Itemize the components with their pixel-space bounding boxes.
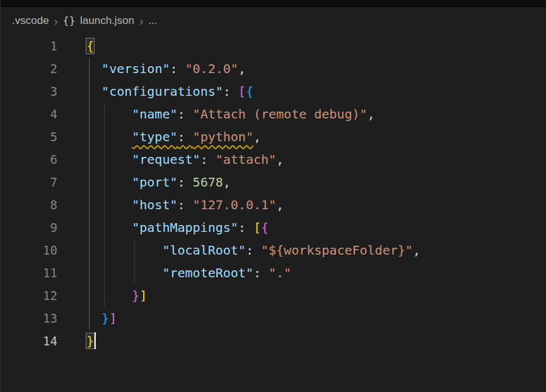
token: ] [139,288,147,303]
code-line[interactable]: 1{ [1,35,546,57]
code-editor[interactable]: 1{2 "version": "0.2.0",3 "configurations… [1,35,546,352]
breadcrumb-folder[interactable]: .vscode [12,14,49,27]
token: , [413,243,421,258]
token: : [223,84,238,99]
chevron-right-icon: › [139,15,144,27]
token: } [132,288,139,303]
token [86,265,162,280]
line-number: 12 [1,284,57,307]
code-line[interactable]: 7 "port": 5678, [1,171,546,193]
tab-bar [1,0,546,7]
token: "host" [132,197,177,212]
line-code: "configurations": [{ [57,80,253,103]
token: { [246,84,253,99]
token: { [86,38,94,54]
token: { [261,220,269,235]
line-code: { [57,35,94,57]
code-line[interactable]: 12 }] [1,284,546,307]
token: "attach" [216,152,276,167]
token [86,220,132,235]
token: "version" [102,61,170,76]
token: "0.2.0" [185,61,238,76]
line-number: 2 [1,57,57,80]
token: "pathMappings" [132,220,238,235]
breadcrumb-symbol-ellipsis[interactable]: ... [148,14,157,27]
code-line[interactable]: 9 "pathMappings": [{ [1,216,546,239]
token: 5678 [193,175,223,190]
token: "." [269,265,291,280]
token: : [178,107,193,122]
token: "remoteRoot" [162,265,253,280]
code-line[interactable]: 8 "host": "127.0.0.1", [1,193,546,216]
chevron-right-icon: › [54,15,59,27]
line-code: "remoteRoot": "." [57,262,291,284]
text-cursor [95,332,96,349]
code-line[interactable]: 3 "configurations": [{ [1,80,546,103]
token: "configurations" [102,84,223,99]
line-code: "host": "127.0.0.1", [57,193,284,216]
token: "request" [132,152,200,167]
line-number: 5 [1,125,57,148]
token [86,107,132,122]
line-number: 10 [1,239,57,262]
json-braces-icon: {} [63,15,76,26]
code-lines: 1{2 "version": "0.2.0",3 "configurations… [1,35,546,352]
token [86,288,132,303]
line-code: "name": "Attach (remote debug)", [57,103,375,125]
token: [ [253,220,261,235]
token: : [178,129,193,144]
line-number: 13 [1,307,57,330]
line-number: 1 [1,35,57,57]
breadcrumb-file[interactable]: launch.json [80,14,134,27]
code-line[interactable]: 14} [1,330,546,352]
line-number: 7 [1,171,57,193]
token: "Attach (remote debug)" [193,107,368,122]
line-code: "port": 5678, [57,171,231,193]
line-code: }] [57,284,147,307]
breadcrumb: .vscode › {} launch.json › ... [1,7,546,35]
token [86,243,162,258]
token: [ [238,84,246,99]
token: : [178,197,193,212]
code-line[interactable]: 13 }] [1,307,546,330]
line-code: "version": "0.2.0", [57,57,246,80]
token: : [170,61,185,76]
code-line[interactable]: 6 "request": "attach", [1,148,546,171]
token: , [223,175,231,190]
line-code: }] [57,307,117,330]
token: } [86,333,94,349]
token [86,129,132,144]
line-number: 9 [1,216,57,239]
token: "${workspaceFolder}" [261,243,413,258]
indent-guide [89,57,90,330]
token: , [368,107,375,122]
line-number: 6 [1,148,57,171]
line-number: 11 [1,262,57,284]
token [86,175,132,190]
token: ] [109,311,117,326]
line-code: "localRoot": "${workspaceFolder}", [57,239,421,262]
code-line[interactable]: 11 "remoteRoot": "." [1,262,546,284]
token [86,197,132,212]
code-line[interactable]: 4 "name": "Attach (remote debug)", [1,103,546,125]
indent-guide [134,239,135,284]
token: : [238,220,253,235]
token: "localRoot" [162,243,245,258]
line-number: 4 [1,103,57,125]
token: : [178,175,193,190]
line-code: } [57,330,96,352]
token: : [246,243,261,258]
token: "name" [132,107,177,122]
token: , [276,197,284,212]
token: "type" [132,129,177,144]
code-line[interactable]: 2 "version": "0.2.0", [1,57,546,80]
token: "127.0.0.1" [193,197,276,212]
code-line[interactable]: 5 "type": "python", [1,125,546,148]
token: : [200,152,216,167]
line-number: 3 [1,80,57,103]
code-line[interactable]: 10 "localRoot": "${workspaceFolder}", [1,239,546,262]
token: , [276,152,284,167]
token: , [253,129,261,144]
line-number: 14 [1,330,57,352]
token: } [102,311,109,326]
